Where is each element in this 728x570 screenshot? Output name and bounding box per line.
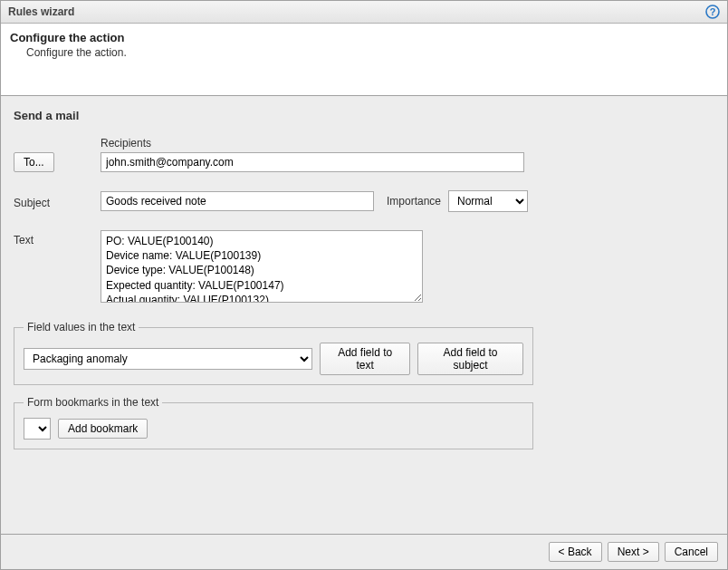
bookmark-select[interactable] — [24, 418, 51, 440]
titlebar: Rules wizard ? — [1, 1, 727, 24]
text-row: Text — [14, 230, 714, 303]
add-field-to-text-button[interactable]: Add field to text — [320, 343, 410, 375]
add-field-to-subject-button[interactable]: Add field to subject — [417, 343, 523, 375]
to-button[interactable]: To... — [14, 152, 54, 172]
wizard-header: Configure the action Configure the actio… — [1, 24, 727, 96]
wizard-footer: < Back Next > Cancel — [1, 534, 727, 569]
recipients-input[interactable] — [101, 152, 524, 172]
form-bookmarks-fieldset: Form bookmarks in the text Add bookmark — [14, 396, 533, 449]
importance-label: Importance — [387, 195, 441, 208]
body-textarea[interactable] — [101, 230, 423, 303]
next-button[interactable]: Next > — [608, 542, 659, 562]
titlebar-title: Rules wizard — [8, 5, 74, 18]
field-values-select[interactable]: Packaging anomaly — [24, 348, 312, 370]
svg-text:?: ? — [710, 6, 716, 17]
importance-select[interactable]: Normal — [448, 190, 528, 212]
subject-row: Subject Importance Normal — [14, 190, 714, 212]
cancel-button[interactable]: Cancel — [665, 542, 718, 562]
back-button[interactable]: < Back — [549, 542, 602, 562]
add-bookmark-button[interactable]: Add bookmark — [58, 419, 148, 439]
section-title: Send a mail — [14, 109, 714, 122]
help-icon[interactable]: ? — [705, 5, 720, 19]
wizard-body: Send a mail Recipients To... Subject Imp… — [1, 96, 727, 534]
subject-input[interactable] — [101, 191, 374, 211]
subject-label: Subject — [14, 193, 101, 209]
recipients-label: Recipients — [101, 137, 151, 150]
recipients-row: Recipients To... — [14, 137, 714, 172]
field-values-fieldset: Field values in the text Packaging anoma… — [14, 321, 533, 385]
wizard-subheading: Configure the action. — [10, 44, 718, 59]
field-values-legend: Field values in the text — [24, 321, 139, 333]
rules-wizard-window: Rules wizard ? Configure the action Conf… — [0, 0, 728, 570]
text-label: Text — [14, 230, 101, 246]
form-bookmarks-legend: Form bookmarks in the text — [24, 396, 162, 409]
wizard-heading: Configure the action — [10, 31, 718, 44]
